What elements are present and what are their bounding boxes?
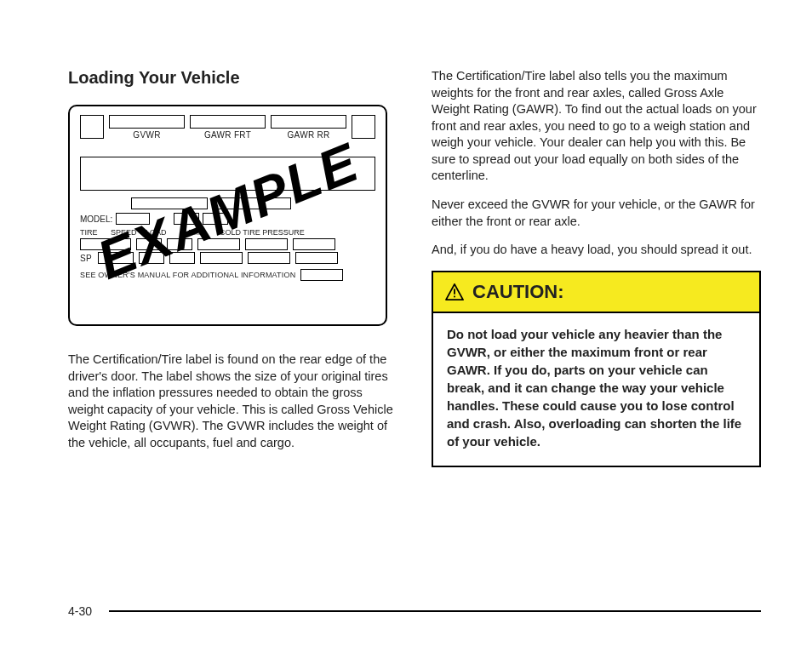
page-footer: 4-30 — [68, 604, 761, 618]
label-box — [98, 252, 134, 264]
label-box — [352, 115, 375, 139]
label-main-field — [80, 157, 375, 191]
label-box — [174, 213, 199, 225]
caution-body: Do not load your vehicle any heavier tha… — [433, 313, 759, 466]
label-box — [271, 115, 346, 129]
label-box — [293, 238, 335, 250]
model-row: MODEL: — [80, 213, 375, 225]
svg-rect-0 — [454, 289, 455, 294]
caution-header: CAUTION: — [433, 272, 759, 313]
label-box — [169, 252, 195, 264]
gawr-frt-label: GAWR FRT — [204, 130, 251, 140]
manual-note-row: SEE OWNER'S MANUAL FOR ADDITIONAL INFORM… — [80, 269, 375, 281]
manual-page: Loading Your Vehicle GVWR GAWR FRT — [0, 0, 812, 652]
label-box — [200, 252, 243, 264]
manual-note: SEE OWNER'S MANUAL FOR ADDITIONAL INFORM… — [80, 271, 295, 279]
tire-label: TIRE — [80, 228, 106, 237]
gvwr-label: GVWR — [133, 130, 160, 140]
example-stamp: EXAMPLE — [89, 130, 368, 292]
right-column: The Certification/Tire label also tells … — [432, 68, 761, 467]
label-box — [131, 197, 208, 209]
label-box — [139, 252, 164, 264]
label-box — [197, 238, 240, 250]
footer-rule — [109, 610, 761, 612]
caution-box: CAUTION: Do not load your vehicle any he… — [432, 271, 761, 467]
warning-triangle-icon — [445, 283, 464, 300]
label-box — [248, 252, 290, 264]
svg-rect-1 — [454, 295, 455, 297]
label-top-row: GVWR GAWR FRT GAWR RR — [80, 115, 375, 140]
label-box — [109, 115, 185, 129]
left-paragraph-1: The Certification/Tire label is found on… — [68, 352, 397, 451]
label-box — [116, 213, 150, 225]
sp-label: SP — [80, 254, 93, 263]
label-box — [136, 238, 162, 250]
two-column-layout: Loading Your Vehicle GVWR GAWR FRT — [68, 68, 761, 467]
label-box — [295, 252, 338, 264]
label-box — [80, 115, 104, 139]
left-column: Loading Your Vehicle GVWR GAWR FRT — [68, 68, 397, 467]
label-box — [300, 269, 343, 281]
gawr-rr-label: GAWR RR — [287, 130, 329, 140]
load-label: LOAD — [146, 228, 171, 237]
right-paragraph-3: And, if you do have a heavy load, you sh… — [432, 242, 761, 259]
speed-label: SPEED — [111, 228, 140, 237]
label-box — [214, 197, 291, 209]
rim-label: RIM — [176, 228, 214, 237]
label-box — [190, 115, 266, 129]
cold-tire-pressure-label: COLD TIRE PRESSURE — [220, 228, 305, 237]
section-title: Loading Your Vehicle — [68, 68, 397, 88]
page-number: 4-30 — [68, 604, 92, 618]
label-box — [245, 238, 288, 250]
right-paragraph-1: The Certification/Tire label also tells … — [432, 68, 761, 185]
certification-label-figure: GVWR GAWR FRT GAWR RR — [68, 105, 387, 326]
label-box — [203, 213, 228, 225]
label-box — [167, 238, 192, 250]
right-paragraph-2: Never exceed the GVWR for your vehicle, … — [432, 197, 761, 230]
model-label: MODEL: — [80, 214, 112, 224]
caution-heading: CAUTION: — [472, 281, 564, 303]
label-box — [80, 238, 131, 250]
